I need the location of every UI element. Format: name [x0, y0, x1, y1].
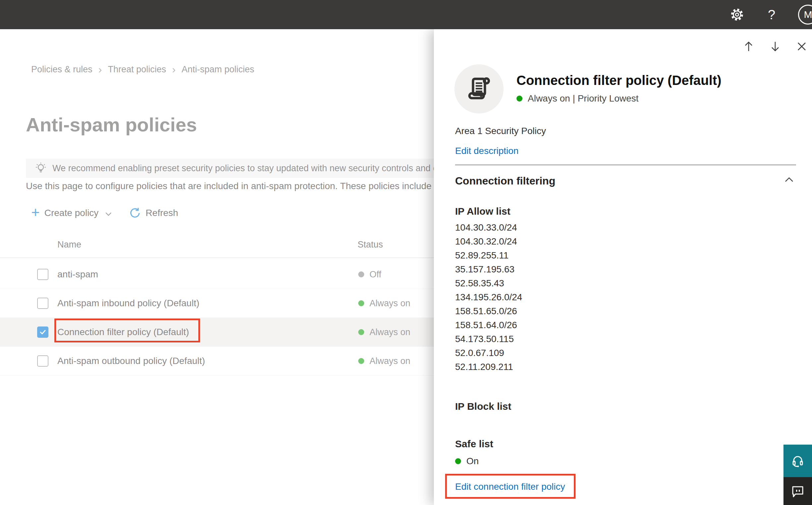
flyout-status-text: Always on | Priority Lowest — [528, 93, 638, 104]
ip-entry: 104.30.33.0/24 — [455, 221, 522, 234]
next-item-button[interactable] — [770, 41, 781, 52]
status-badge: Always on — [358, 327, 410, 337]
account-avatar[interactable]: M — [798, 5, 812, 25]
breadcrumb: Policies & rules › Threat policies › Ant… — [31, 64, 254, 75]
app-window: ? M Policies & rules › Threat policies ›… — [0, 0, 812, 505]
top-bar: ? M — [0, 0, 812, 29]
policy-name[interactable]: Anti-spam inbound policy (Default) — [57, 298, 199, 309]
table-header: Name Status — [0, 236, 434, 253]
collapse-section-button[interactable] — [785, 177, 793, 183]
table-row[interactable]: anti-spam Off — [0, 260, 434, 289]
ip-allow-list: 104.30.33.0/24 104.30.32.0/24 52.89.255.… — [455, 221, 522, 374]
create-policy-button[interactable]: + Create policy — [31, 207, 112, 219]
policy-description: Area 1 Security Policy — [455, 126, 546, 137]
row-checkbox[interactable] — [37, 298, 48, 309]
policy-name[interactable]: anti-spam — [57, 269, 98, 280]
refresh-label: Refresh — [146, 208, 178, 218]
arrow-down-icon — [770, 40, 781, 52]
table-row[interactable]: Anti-spam inbound policy (Default) Alway… — [0, 289, 434, 318]
status-dot-on — [455, 458, 461, 464]
checkmark-icon — [39, 328, 46, 336]
toolbar: + Create policy Refresh — [31, 205, 178, 221]
breadcrumb-separator-icon: › — [172, 64, 176, 75]
column-header-status: Status — [358, 239, 383, 250]
status-label: Always on — [370, 356, 410, 366]
status-label: Always on — [370, 327, 410, 337]
breadcrumb-policies-rules[interactable]: Policies & rules — [31, 64, 92, 75]
policy-avatar — [454, 64, 503, 114]
feedback-button[interactable] — [784, 477, 812, 505]
policy-details-flyout: Connection filter policy (Default) Alway… — [434, 29, 812, 505]
column-header-name: Name — [57, 239, 81, 250]
close-icon — [796, 41, 807, 52]
table-row[interactable]: Anti-spam outbound policy (Default) Alwa… — [0, 347, 434, 376]
ip-entry: 52.89.255.11 — [455, 248, 522, 263]
ip-entry: 134.195.26.0/24 — [455, 290, 522, 304]
ip-block-list-title: IP Block list — [455, 400, 512, 412]
status-badge: Always on — [358, 356, 410, 366]
status-dot-on — [358, 329, 364, 335]
row-checkbox-checked[interactable] — [37, 327, 48, 338]
breadcrumb-anti-spam-policies[interactable]: Anti-spam policies — [181, 64, 254, 75]
ip-entry: 52.58.35.43 — [455, 277, 522, 290]
arrow-up-icon — [743, 40, 754, 52]
ip-entry: 54.173.50.115 — [455, 332, 522, 346]
chevron-up-icon — [785, 177, 793, 182]
edit-description-link[interactable]: Edit description — [455, 145, 519, 157]
status-dot-on — [358, 300, 364, 306]
gear-icon — [730, 7, 744, 22]
page-description: Use this page to configure policies that… — [26, 180, 434, 192]
help-button[interactable]: ? — [764, 7, 780, 23]
policy-name[interactable]: Anti-spam outbound policy (Default) — [57, 356, 205, 366]
main-content: Policies & rules › Threat policies › Ant… — [0, 29, 434, 505]
ip-entry: 104.30.32.0/24 — [455, 234, 522, 248]
ip-entry: 158.51.65.0/26 — [455, 304, 522, 318]
ip-entry: 35.157.195.63 — [455, 263, 522, 277]
breadcrumb-threat-policies[interactable]: Threat policies — [108, 64, 166, 75]
headset-icon — [790, 453, 805, 469]
flyout-status-line: Always on | Priority Lowest — [517, 93, 638, 104]
page-title: Anti-spam policies — [26, 113, 197, 137]
safe-list-status-label: On — [466, 456, 479, 467]
row-checkbox[interactable] — [37, 269, 48, 280]
table-row-selected[interactable]: Connection filter policy (Default) Alway… — [0, 318, 434, 347]
policy-name[interactable]: Connection filter policy (Default) — [57, 327, 189, 337]
settings-button[interactable] — [729, 7, 745, 23]
ip-entry: 52.11.209.211 — [455, 360, 522, 374]
status-dot-on — [517, 96, 523, 102]
policies-table: Name Status anti-spam Off Anti-spam inbo… — [0, 236, 434, 376]
ip-entry: 52.0.67.109 — [455, 346, 522, 360]
breadcrumb-separator-icon: › — [98, 64, 102, 75]
feedback-chat-icon — [790, 484, 805, 498]
previous-item-button[interactable] — [743, 41, 754, 52]
ip-entry: 158.51.64.0/26 — [455, 318, 522, 332]
refresh-icon — [129, 207, 141, 219]
status-dot-on — [358, 358, 364, 364]
status-label: Always on — [370, 298, 410, 309]
chevron-down-icon — [105, 212, 112, 216]
avatar-initial: M — [804, 9, 812, 20]
lightbulb-icon — [34, 162, 47, 175]
divider — [455, 165, 796, 165]
plus-icon: + — [31, 206, 40, 219]
safe-list-title: Safe list — [455, 438, 493, 450]
create-policy-label: Create policy — [44, 208, 98, 218]
support-button[interactable] — [784, 445, 812, 477]
edit-connection-filter-policy-link[interactable]: Edit connection filter policy — [455, 481, 565, 492]
status-dot-off — [358, 272, 364, 278]
status-badge: Always on — [358, 298, 410, 309]
close-flyout-button[interactable] — [796, 41, 807, 52]
safe-list-status: On — [455, 456, 479, 467]
scroll-policy-icon — [465, 75, 493, 103]
status-label: Off — [370, 270, 381, 280]
section-title-connection-filtering: Connection filtering — [455, 174, 555, 187]
row-checkbox[interactable] — [37, 355, 48, 367]
help-icon: ? — [768, 7, 775, 22]
banner-text: We recommend enabling preset security po… — [52, 163, 434, 174]
ip-allow-list-title: IP Allow list — [455, 205, 511, 217]
recommendation-banner: We recommend enabling preset security po… — [26, 159, 434, 178]
refresh-button[interactable]: Refresh — [129, 207, 178, 219]
status-badge: Off — [358, 270, 381, 280]
flyout-title: Connection filter policy (Default) — [517, 72, 802, 88]
